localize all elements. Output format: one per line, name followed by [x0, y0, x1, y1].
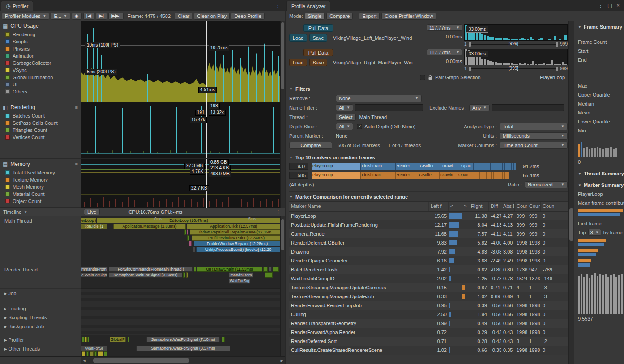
column-header-col2[interactable]: < — [449, 202, 462, 211]
timeline-span[interactable] — [187, 229, 188, 235]
marker-segment[interactable] — [470, 172, 475, 179]
marker-segment[interactable]: PlayerLoop — [312, 172, 361, 179]
marker-segment[interactable]: Drawin — [440, 172, 457, 179]
timeline-span[interactable] — [187, 235, 189, 241]
deep-profile-button[interactable]: Deep Profile — [231, 13, 265, 20]
mode-compare-button[interactable]: Compare — [326, 13, 353, 20]
legend-item-triangles-count[interactable]: Triangles Count — [0, 127, 81, 134]
record-button[interactable]: ◉ — [72, 13, 82, 20]
marker-segment[interactable] — [475, 172, 480, 179]
marker-columns-dropdown[interactable]: Time and Count▼ — [500, 142, 568, 149]
module-header[interactable]: ▦CPU Usage≡ — [0, 21, 81, 31]
timeline-span[interactable]: WaitForSi — [81, 346, 107, 351]
timeline-thread-label[interactable]: ▸ Background Job — [0, 322, 81, 335]
scroll-left-icon[interactable]: ◀ — [81, 359, 88, 363]
range-dropdown[interactable]: 117.77ms▼ — [427, 24, 462, 31]
frame-time-histogram[interactable]: 33.00ms — [464, 24, 568, 41]
current-frame-button[interactable]: ▶▶| — [108, 13, 124, 20]
filters-header[interactable]: ▼Filters — [289, 84, 568, 93]
module-header[interactable]: ◧Rendering≡ — [0, 102, 81, 112]
analysis-type-dropdown[interactable]: Total▼ — [500, 123, 568, 130]
table-row[interactable]: PlayerLoop15.6511.38-4.274.279999990 — [289, 212, 568, 220]
timeline-span[interactable] — [189, 241, 192, 246]
timeline-span[interactable]: Utility.ProcessEvent() [Invoke] (12.20 — [196, 247, 281, 252]
save-button[interactable]: Save — [309, 59, 327, 66]
close-profiler-window-button[interactable]: Close Profiler Window — [381, 13, 436, 20]
mode-single-button[interactable]: Single — [305, 13, 325, 20]
timeline-span[interactable]: UIR.DrawChain (11.53ms) — [197, 267, 262, 272]
timeline-span[interactable]: tion.Idle (1 — [81, 224, 107, 229]
load-button[interactable]: Load — [289, 34, 307, 42]
timeline-span[interactable]: e.WaitForSignal — [81, 272, 108, 278]
table-row[interactable]: Drawing7.924.83-3.083.08199819980 — [289, 247, 568, 256]
table-row[interactable]: RenderDeferred.Sort0.710.28-0.430.4331-2 — [289, 337, 568, 346]
analyzer-scrollbar[interactable] — [568, 21, 574, 364]
profiler-tab-menu-icon[interactable]: ⋮ — [275, 3, 280, 8]
legend-item-others[interactable]: Others — [0, 88, 81, 95]
top10-row[interactable]: 585PlayerLoopFinishFranRenderGBufferDraw… — [289, 171, 568, 180]
timeline-thread-label[interactable]: ▸ Loading — [0, 304, 81, 313]
column-header-coun[interactable]: Coun — [515, 202, 527, 211]
table-row[interactable]: TextureStreamingManager.UpdateCameras0.1… — [289, 283, 568, 292]
timeline-span[interactable] — [98, 351, 103, 356]
marker-segment[interactable] — [507, 172, 509, 179]
table-row[interactable]: TextureStreamingManager.UpdateJob0.331.0… — [289, 292, 568, 301]
scroll-right-icon[interactable]: ▶ — [278, 359, 285, 363]
top10-header[interactable]: ▼Top 10 markers on median frames — [289, 152, 568, 162]
legend-item-garbagecollector[interactable]: GarbageCollector — [0, 59, 81, 67]
column-header-left-f[interactable]: Left f — [429, 202, 449, 211]
scrollbar-thumb[interactable] — [93, 358, 189, 363]
frame-range-slider[interactable]: [999] — [469, 42, 559, 47]
next-frame-button[interactable]: ▶| — [96, 13, 107, 20]
frame-time-histogram[interactable]: 33.00ms — [464, 49, 568, 65]
exclude-names-input[interactable] — [492, 104, 564, 111]
exclude-mode-dropdown[interactable]: Any▼ — [469, 104, 490, 111]
timeline-view-dropdown[interactable]: Timeline▼ — [0, 208, 81, 216]
pull-data-button[interactable]: Pull Data — [303, 49, 333, 56]
marker-segment[interactable]: Drawir — [441, 163, 460, 170]
cpu-usage-chart[interactable]: 10ms (100FPS) 5ms (200FPS) 10.75ms 4.51m… — [81, 21, 281, 102]
legend-item-vsync[interactable]: VSync — [0, 67, 81, 74]
legend-item-scripts[interactable]: Scripts — [0, 38, 81, 45]
playhead-line[interactable] — [206, 102, 207, 158]
timeline-span[interactable]: EditorLoop (16.47ms) — [97, 218, 281, 223]
table-row[interactable]: BatchRenderer.Flush1.420.62-0.800.801736… — [289, 265, 568, 274]
legend-item-batches-count[interactable]: Batches Count — [0, 112, 81, 119]
close-icon[interactable]: × — [617, 3, 620, 8]
compare-button[interactable]: Compare — [289, 142, 332, 149]
marker-segment[interactable]: FinishFran — [361, 172, 396, 179]
save-button[interactable]: Save — [309, 34, 327, 42]
legend-item-object-count[interactable]: Object Count — [0, 198, 81, 205]
timeline-span[interactable]: IlView.RepaintAll.RepaintScene (12.35m — [190, 229, 281, 235]
column-header-col3[interactable]: > — [462, 202, 469, 211]
marker-segment[interactable] — [514, 163, 516, 170]
rendering-chart[interactable]: 198 191 13.32k 15.47k — [81, 102, 281, 159]
window-menu-icon[interactable]: ⋮ — [598, 3, 603, 8]
slider-thumb-left[interactable] — [469, 67, 471, 71]
slider-thumb-left[interactable] — [469, 42, 471, 47]
legend-item-rendering[interactable]: Rendering — [0, 31, 81, 38]
marker-comparison-header[interactable]: ▼Marker Comparison for currently selecte… — [289, 191, 568, 201]
timeline-span[interactable] — [194, 267, 196, 272]
column-header-coun[interactable]: Coun — [527, 202, 541, 211]
marker-segment[interactable]: Opac — [460, 163, 474, 170]
legend-item-animation[interactable]: Animation — [0, 52, 81, 59]
marker-segment[interactable] — [487, 163, 491, 170]
table-row[interactable]: WaitForJobGroupID2.021.25-0.780.78152413… — [289, 274, 568, 283]
scrollbar-track[interactable] — [88, 357, 278, 364]
live-toggle[interactable]: Live — [84, 209, 100, 215]
clear-button[interactable]: Clear — [175, 13, 192, 20]
legend-item-total-used-memory[interactable]: Total Used Memory — [0, 169, 81, 176]
timeline-span[interactable]: Semaphore.WaitForSignal (3.84ms) — [109, 272, 182, 278]
timeline-hscrollbar[interactable]: ◀ ▶ — [0, 356, 285, 364]
timeline-span[interactable] — [128, 337, 129, 342]
memory-chart[interactable]: 97.3 MB 4.76K 0.85 GB 213.4 KB 403.9 MB … — [81, 159, 281, 208]
name-filter-mode-dropdown[interactable]: All▼ — [336, 104, 353, 111]
marker-segment[interactable]: GBuffer — [419, 163, 441, 170]
pull-data-button[interactable]: Pull Data — [303, 24, 333, 32]
table-row[interactable]: Render.OpaqueGeometry6.163.68-2.492.4919… — [289, 256, 568, 265]
thread-select-button[interactable]: Select — [336, 114, 356, 121]
marker-segment[interactable] — [480, 172, 483, 179]
scrollbar-thumb[interactable] — [281, 219, 284, 250]
scrollbar-thumb[interactable] — [281, 22, 284, 89]
